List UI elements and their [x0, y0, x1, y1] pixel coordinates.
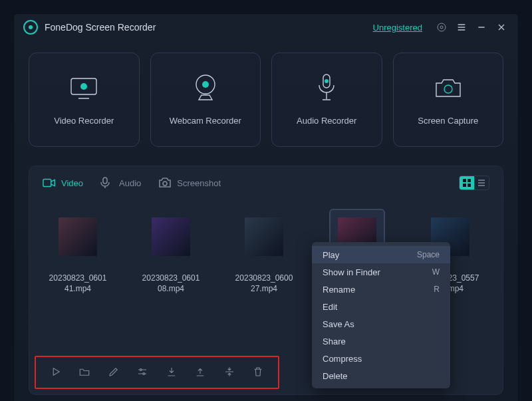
webcam-icon: [190, 74, 221, 101]
thumbnail-item[interactable]: 20230823_060141.mp4: [41, 209, 114, 294]
app-logo-icon: [23, 20, 38, 35]
toolbar-play-button[interactable]: [47, 363, 65, 382]
file-toolbar: [35, 356, 279, 389]
context-menu-label: Rename: [323, 285, 355, 295]
thumbnail-filename: 20230823_060108.mp4: [142, 273, 200, 294]
play-icon: [50, 366, 62, 380]
toolbar-share-button[interactable]: [191, 363, 209, 382]
context-menu-item[interactable]: RenameR: [312, 281, 450, 298]
app-window: FoneDog Screen Recorder Unregistered: [13, 13, 519, 401]
trash-icon: [252, 366, 264, 380]
svg-rect-10: [103, 178, 107, 184]
mode-audio-recorder[interactable]: Audio Recorder: [271, 53, 382, 147]
compress-icon: [223, 366, 235, 380]
context-menu-item[interactable]: Delete: [312, 367, 450, 384]
mode-webcam-recorder[interactable]: Webcam Recorder: [150, 53, 261, 147]
thumbnail-item[interactable]: 20230823_060027.mp4: [227, 209, 301, 294]
thumbnail-filename: 20230823_060141.mp4: [49, 273, 107, 294]
context-menu-item[interactable]: Show in FinderW: [312, 263, 450, 281]
mode-label: Video Recorder: [54, 116, 114, 126]
tab-audio[interactable]: Audio: [100, 178, 141, 188]
mode-label: Screen Capture: [418, 116, 478, 126]
tab-label: Video: [61, 178, 83, 188]
thumbnail-image: [50, 209, 106, 265]
svg-rect-15: [467, 184, 471, 187]
svg-point-7: [325, 79, 329, 83]
folder-icon: [78, 366, 90, 380]
mode-screen-capture[interactable]: Screen Capture: [393, 53, 504, 147]
context-menu-shortcut: R: [434, 285, 440, 294]
tab-video[interactable]: Video: [43, 178, 83, 188]
mode-label: Webcam Recorder: [170, 116, 241, 126]
toolbar-folder-button[interactable]: [75, 363, 94, 382]
tab-label: Audio: [119, 178, 141, 188]
edit-icon: [108, 366, 120, 380]
camera-icon: [432, 74, 464, 101]
minimize-button[interactable]: [474, 20, 489, 35]
camera-small-icon: [158, 178, 172, 188]
svg-point-8: [444, 85, 452, 93]
close-button[interactable]: [494, 20, 509, 35]
thumbnail-item[interactable]: 20230823_060108.mp4: [134, 209, 207, 294]
monitor-record-icon: [67, 74, 100, 101]
toolbar-delete-button[interactable]: [249, 363, 267, 382]
settings-gear-icon[interactable]: [434, 20, 449, 35]
share-icon: [194, 366, 206, 380]
mode-video-recorder[interactable]: Video Recorder: [29, 53, 140, 147]
context-menu-item[interactable]: Share: [312, 333, 450, 350]
context-menu: PlaySpaceShow in FinderWRenameREditSave …: [312, 242, 450, 388]
mode-card-row: Video Recorder Webcam Recorder: [14, 41, 518, 147]
context-menu-label: Show in Finder: [323, 267, 380, 277]
mode-label: Audio Recorder: [297, 116, 356, 126]
sliders-icon: [136, 366, 148, 380]
list-view-button[interactable]: [474, 176, 489, 190]
context-menu-label: Save As: [323, 319, 354, 329]
grid-view-button[interactable]: [460, 176, 474, 190]
toolbar-save-button[interactable]: [162, 363, 181, 382]
context-menu-item[interactable]: PlaySpace: [312, 246, 450, 263]
svg-rect-12: [463, 179, 466, 182]
svg-rect-14: [463, 184, 466, 187]
svg-point-0: [438, 23, 446, 31]
svg-point-3: [80, 83, 87, 90]
context-menu-item[interactable]: Save As: [312, 315, 450, 333]
svg-point-11: [163, 182, 167, 186]
context-menu-item[interactable]: Compress: [312, 350, 450, 367]
context-menu-label: Compress: [323, 354, 362, 364]
context-menu-label: Delete: [323, 371, 348, 381]
download-icon: [166, 366, 178, 380]
tab-label: Screenshot: [177, 178, 221, 188]
context-menu-label: Share: [323, 336, 346, 346]
thumbnail-image: [236, 209, 292, 265]
registration-status[interactable]: Unregistered: [373, 23, 422, 33]
microphone-small-icon: [100, 178, 114, 188]
hamburger-menu-icon[interactable]: [454, 20, 469, 35]
svg-point-5: [202, 81, 209, 88]
video-camera-icon: [43, 178, 56, 188]
context-menu-shortcut: Space: [417, 250, 440, 259]
svg-rect-9: [43, 180, 51, 187]
tab-screenshot[interactable]: Screenshot: [158, 178, 221, 188]
view-toggle: [459, 176, 489, 190]
svg-rect-13: [467, 179, 471, 182]
app-title: FoneDog Screen Recorder: [45, 22, 156, 33]
library-tabs: Video Audio Screenshot: [29, 176, 503, 190]
toolbar-compress-button[interactable]: [220, 363, 239, 382]
context-menu-item[interactable]: Edit: [312, 298, 450, 315]
toolbar-settings-button[interactable]: [133, 363, 152, 382]
title-bar: FoneDog Screen Recorder Unregistered: [14, 14, 518, 41]
context-menu-label: Edit: [323, 302, 337, 312]
context-menu-label: Play: [323, 250, 339, 260]
thumbnail-image: [143, 209, 199, 265]
context-menu-shortcut: W: [432, 267, 440, 277]
microphone-icon: [317, 74, 336, 101]
thumbnail-filename: 20230823_060027.mp4: [235, 273, 293, 294]
svg-point-1: [440, 26, 443, 29]
toolbar-edit-button[interactable]: [104, 363, 123, 382]
